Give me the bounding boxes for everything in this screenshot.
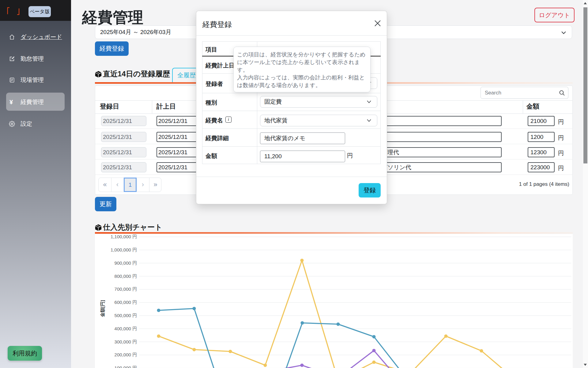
svg-text:200,000 円: 200,000 円: [115, 352, 137, 357]
svg-text:1,000,000 円: 1,000,000 円: [111, 247, 137, 252]
svg-text:300,000 円: 300,000 円: [115, 339, 137, 344]
svg-text:800,000 円: 800,000 円: [115, 274, 137, 279]
svg-text:400,000 円: 400,000 円: [115, 326, 137, 331]
svg-text:900,000 円: 900,000 円: [115, 260, 137, 266]
svg-text:600,000 円: 600,000 円: [115, 300, 137, 305]
svg-text:1,100,000 円: 1,100,000 円: [111, 234, 137, 239]
svg-text:500,000 円: 500,000 円: [115, 313, 137, 318]
svg-text:700,000 円: 700,000 円: [115, 286, 137, 292]
svg-text:金額[円]: 金額[円]: [100, 300, 105, 317]
svg-text:100,000 円: 100,000 円: [115, 365, 137, 368]
